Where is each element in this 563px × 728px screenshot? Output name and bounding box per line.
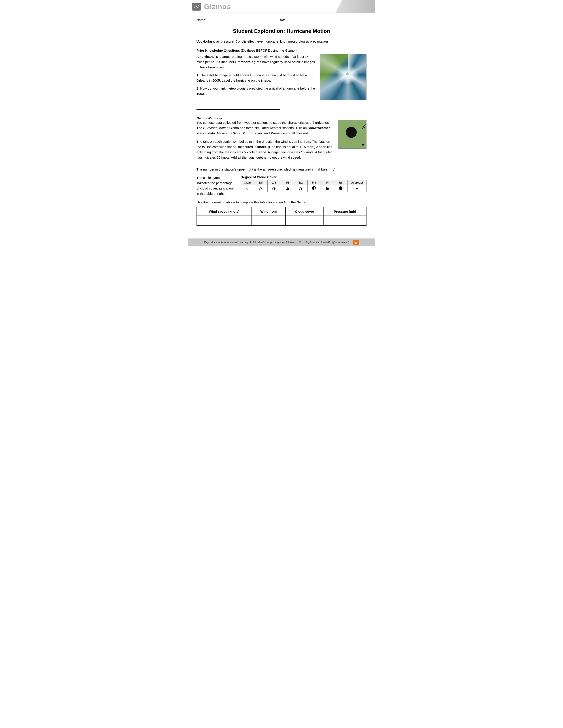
warmup-block: You can use data collected from weather … <box>196 120 367 163</box>
col-cloud-cover: Cloud cover <box>286 207 324 216</box>
cloud-symbol-overcast: ● <box>347 185 366 192</box>
cloud-svg-3-4 <box>326 186 330 190</box>
cloud-header-3-8: 3/8 <box>280 180 294 185</box>
page-header: el Gizmos <box>188 0 375 13</box>
page-title: Student Exploration: Hurricane Motion <box>196 28 367 34</box>
cloud-symbol-3-8: ◕ <box>280 185 294 192</box>
cell-pressure[interactable] <box>324 216 366 225</box>
header-decoration <box>336 0 375 13</box>
cloud-symbol-1-2: ◑ <box>294 185 307 192</box>
air-pressure-paragraph: The number in the station's upper right … <box>196 167 367 172</box>
answer-line-1[interactable] <box>196 98 280 103</box>
warmup-p1: You can use data collected from weather … <box>196 120 334 136</box>
col-wind-speed: Wind speed (knots) <box>197 207 252 216</box>
q2-text: 2. How do you think meteorologists predi… <box>196 86 315 96</box>
cloud-header-7-8: 7/8 <box>334 180 347 185</box>
prior-knowledge-title: Prior Knowledge Questions <box>196 49 240 52</box>
date-label: Date: <box>278 18 287 22</box>
page-footer: Reproduction for educational use only. P… <box>188 238 375 246</box>
cloud-svg-7-8 <box>339 186 343 190</box>
station-flag-1 <box>362 124 366 127</box>
warmup-section: Gizmo Warm-up You can use data collected… <box>196 116 367 226</box>
prior-knowledge-block: A hurricane is a large, rotating tropica… <box>196 54 367 112</box>
hurricane-image-visual <box>321 54 366 100</box>
answer-line-2[interactable] <box>196 105 280 110</box>
cloud-cover-block: The circle symbol indicates the percenta… <box>196 175 367 196</box>
cloud-cover-table: Clear 1/8 1/4 3/8 1/2 5/8 3/4 7/8 Overca… <box>241 180 367 192</box>
cell-cloud-cover[interactable] <box>286 216 324 225</box>
logo-icon: el <box>192 3 201 11</box>
station-data-table: Wind speed (knots) Wind from Cloud cover… <box>196 207 367 226</box>
cloud-symbol-7-8 <box>334 185 347 192</box>
q1-text: 1. The satellite image at right shows Hu… <box>196 73 307 82</box>
footer-copyright: © <box>299 241 301 244</box>
questions-list: 1. The satellite image at right shows Hu… <box>196 73 316 110</box>
name-input-line[interactable] <box>208 22 265 22</box>
station-symbol-image: A <box>338 120 367 149</box>
date-field: Date: <box>278 18 328 22</box>
cell-wind-speed[interactable] <box>197 216 252 225</box>
cloud-header-1-8: 1/8 <box>254 180 267 185</box>
cell-wind-from[interactable] <box>252 216 286 225</box>
cloud-table-title: Degree of Cloud Cover <box>241 175 367 179</box>
cloud-cover-text: The circle symbol indicates the percenta… <box>196 175 236 196</box>
main-content: Student Exploration: Hurricane Motion Vo… <box>188 28 375 234</box>
vocab-terms: air pressure, Coriolis effect, eye, hurr… <box>216 39 328 43</box>
vocab-label: Vocabulary: <box>196 39 215 43</box>
prior-knowledge-section: Prior Knowledge Questions (Do these BEFO… <box>196 49 367 112</box>
hurricane-eye <box>346 72 349 75</box>
name-label: Name: <box>196 18 206 22</box>
vocabulary-section: Vocabulary: air pressure, Coriolis effec… <box>196 39 367 44</box>
brand-name: Gizmos <box>204 3 231 11</box>
warmup-paragraphs: You can use data collected from weather … <box>196 120 334 163</box>
warmup-p2: The tails on each station symbol point i… <box>196 139 334 160</box>
cloud-symbol-clear: ○ <box>241 185 254 192</box>
station-a-label: A <box>362 143 364 146</box>
table-row <box>197 216 366 225</box>
warmup-title: Gizmo Warm-up <box>196 116 367 120</box>
name-date-row: Name: Date: <box>188 13 375 24</box>
cloud-symbol-1-8: ◔ <box>254 185 267 192</box>
data-table-section: Use the information above to complete th… <box>196 200 367 226</box>
cloud-header-1-4: 1/4 <box>267 180 280 185</box>
cloud-header-1-2: 1/2 <box>294 180 307 185</box>
question-1: 1. The satellite image at right shows Hu… <box>196 73 316 83</box>
question-2: 2. How do you think meteorologists predi… <box>196 86 316 110</box>
cloud-table-wrap: Degree of Cloud Cover Clear 1/8 1/4 3/8 … <box>241 175 367 192</box>
data-table-instruction: Use the information above to complete th… <box>196 200 367 205</box>
footer-company: ExploreLearning® All rights reserved <box>305 241 349 244</box>
date-input-line[interactable] <box>289 22 328 22</box>
hurricane-satellite-image <box>320 54 367 100</box>
cloud-symbol-1-4: ◑ <box>267 185 280 192</box>
cloud-header-5-8: 5/8 <box>307 180 321 185</box>
cloud-header-overcast: Overcast <box>347 180 366 185</box>
q2-answer-lines <box>196 98 316 110</box>
footer-logo: el <box>353 240 359 245</box>
footer-text: Reproduction for educational use only. P… <box>204 241 295 244</box>
col-pressure: Pressure (mb) <box>324 207 366 216</box>
cloud-header-clear: Clear <box>241 180 254 185</box>
cloud-svg-5-8 <box>312 186 316 190</box>
prior-knowledge-text: A hurricane is a large, rotating tropica… <box>196 54 316 112</box>
cloud-symbol-5-8 <box>307 185 321 192</box>
name-field: Name: <box>196 18 265 22</box>
cloud-header-3-4: 3/4 <box>321 180 334 185</box>
cloud-symbol-3-4 <box>321 185 334 192</box>
col-wind-from: Wind from <box>252 207 286 216</box>
prior-knowledge-subtitle: (Do these BEFORE using the Gizmo.) <box>241 49 297 52</box>
